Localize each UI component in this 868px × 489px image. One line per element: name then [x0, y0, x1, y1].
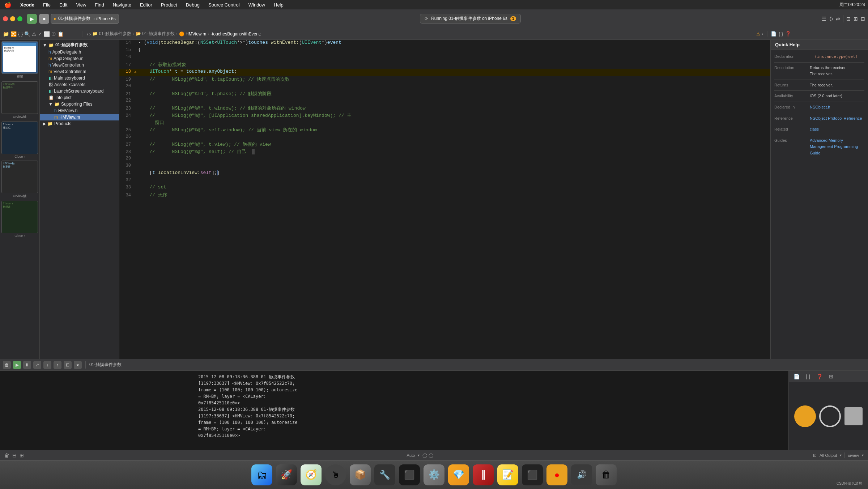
code-area[interactable]: 14 - (void)touchesBegan:(NSSet<UITouch*>…	[119, 40, 770, 359]
status-icon-grid[interactable]: ⊟	[12, 452, 17, 458]
file-main-storyboard[interactable]: ◧ Main.storyboard	[40, 75, 119, 81]
all-output-arrow[interactable]: ▾	[840, 453, 842, 457]
nav-bp-icon[interactable]: ☉	[51, 31, 56, 37]
menu-file[interactable]: File	[42, 2, 52, 8]
inspector-icon1[interactable]: 📄	[771, 31, 776, 37]
file-appdelegate-m[interactable]: m AppDelegate.m	[40, 55, 119, 62]
preview-1[interactable]: 触摸事件代码内容 视图	[1, 41, 38, 80]
dock-dark1[interactable]: ⬛	[522, 464, 543, 485]
back-button[interactable]: ‹	[87, 31, 89, 37]
scheme-selector[interactable]: ▶ 01-触摸事件参数 › iPhone 6s	[51, 14, 119, 24]
breadcrumb-part2[interactable]: 📂 01-触摸事件参数	[136, 31, 175, 37]
dock-parallels[interactable]: ∥	[473, 464, 494, 485]
menu-product[interactable]: Product	[159, 2, 179, 8]
breadcrumb-file[interactable]: 🟠 HMView.m	[179, 31, 206, 37]
debug-step-out-btn[interactable]: ↑	[54, 361, 61, 369]
file-appdelegate-h[interactable]: h AppDelegate.h	[40, 49, 119, 55]
insp-doc-icon[interactable]: 📄	[792, 372, 801, 381]
debug-clear-btn[interactable]: 🗑	[3, 361, 11, 369]
maximize-button[interactable]	[17, 16, 22, 21]
dock-sketch[interactable]: 💎	[448, 464, 469, 485]
dock-apps[interactable]: 📦	[350, 464, 371, 485]
nav-report-icon[interactable]: 📋	[58, 31, 64, 37]
breadcrumb-part1[interactable]: 📁 01-触摸事件参数	[92, 31, 131, 37]
file-hmview-m[interactable]: m HMView.m	[40, 114, 119, 120]
filter-arrow[interactable]: ▾	[862, 453, 864, 457]
menu-source-control[interactable]: Source Control	[207, 2, 241, 8]
file-products[interactable]: ▶ 📁 Products	[40, 120, 119, 127]
close-button[interactable]	[3, 16, 8, 21]
dock-terminal[interactable]: ⬛	[399, 464, 420, 485]
nav-find-icon[interactable]: 🔍	[24, 31, 30, 37]
debug-step-in-btn[interactable]: ↓	[43, 361, 51, 369]
stop-button[interactable]: ■	[39, 14, 49, 24]
split-view2-icon[interactable]: ⊞	[854, 16, 858, 22]
dock-tools[interactable]: 🔧	[374, 464, 395, 485]
file-hmview-h[interactable]: h HMView.h	[40, 107, 119, 114]
nav-test-icon[interactable]: ✓	[38, 31, 42, 37]
file-assets[interactable]: 🖼 Assets.xcassets	[40, 81, 119, 88]
menu-editor[interactable]: Editor	[139, 2, 154, 8]
forward-button[interactable]: ›	[89, 31, 91, 37]
status-icon-grid2[interactable]: ⊞	[20, 452, 24, 458]
nav-folder-icon[interactable]: 📁	[3, 31, 9, 37]
file-supporting-files[interactable]: ▼ 📁 Supporting Files	[40, 101, 119, 107]
preview-3[interactable]: Close r连续点 Close r	[1, 122, 38, 159]
menu-view[interactable]: View	[75, 2, 88, 8]
dock-mouse[interactable]: 🖱	[325, 464, 346, 485]
insp-grid-icon[interactable]: ⊞	[826, 372, 836, 381]
nav-issues-icon[interactable]: ⚠	[32, 31, 37, 37]
file-viewcontroller-m[interactable]: m ViewController.m	[40, 68, 119, 75]
dock-audio[interactable]: ●	[546, 464, 567, 485]
split-view-icon[interactable]: ⊡	[846, 16, 851, 22]
debug-pause-btn[interactable]: ⏸	[23, 361, 31, 369]
nav-vcs-icon[interactable]: 🔀	[10, 31, 17, 37]
status-icon-trash[interactable]: 🗑	[4, 452, 9, 458]
dock-safari[interactable]: 🧭	[301, 464, 322, 485]
insp-code-icon[interactable]: { }	[803, 372, 813, 381]
dock-notes[interactable]: 📝	[497, 464, 518, 485]
filter-input[interactable]: uiview	[848, 453, 859, 458]
preview-2[interactable]: UIView的触摸事件 UIView触	[1, 81, 38, 120]
menu-help[interactable]: Help	[272, 2, 285, 8]
minimize-button[interactable]	[10, 16, 15, 21]
console-output[interactable]: 2015-12-08 09:18:36.388 01-触摸事件参数 [1197:…	[195, 371, 788, 450]
menu-navigate[interactable]: Navigate	[111, 2, 133, 8]
run-button[interactable]: ▶	[27, 14, 37, 24]
debug-play-btn[interactable]: ▶	[13, 361, 21, 369]
all-output-label[interactable]: All Output	[820, 453, 837, 458]
file-launch-storyboard[interactable]: ◧ LaunchScreen.storyboard	[40, 88, 119, 94]
dock-system-prefs[interactable]: ⚙️	[424, 464, 444, 485]
menu-xcode[interactable]: Xcode	[19, 2, 36, 8]
dock-trash[interactable]: 🗑	[596, 464, 617, 485]
dock-more[interactable]: 🔊	[571, 464, 592, 485]
split-view3-icon[interactable]: ⊟	[861, 16, 865, 22]
debug-location-btn[interactable]: ⊲	[74, 361, 82, 369]
debug-step-over-btn[interactable]: ↗	[33, 361, 41, 369]
breadcrumb-method[interactable]: -touchesBegan:withEvent:	[210, 31, 261, 37]
nav-debug-icon[interactable]: ⬜	[44, 31, 50, 37]
inspector-icon2[interactable]: { }	[779, 31, 783, 37]
nav-symbol-icon[interactable]: { }	[18, 31, 23, 37]
dock-launchpad[interactable]: 🚀	[276, 464, 297, 485]
assistant-icon[interactable]: ⟨⟩	[829, 16, 833, 22]
file-viewcontroller-h[interactable]: h ViewController.h	[40, 62, 119, 68]
auto-dropdown[interactable]: ▾	[418, 453, 420, 457]
dock-finder[interactable]: 🗂	[251, 464, 272, 485]
debug-status-icons[interactable]: ◯ ◯	[422, 453, 433, 458]
preview-5[interactable]: Close r触摸连 Close r	[1, 201, 38, 238]
file-info-plist[interactable]: 📋 Info.plist	[40, 94, 119, 101]
debug-viewhierarchy-btn[interactable]: ⊡	[64, 361, 72, 369]
insp-help-icon[interactable]: ❓	[815, 372, 824, 381]
menu-find[interactable]: Find	[93, 2, 105, 8]
breadcrumb-nav-right[interactable]: ›	[762, 31, 763, 37]
nav-toggle-icon[interactable]: ☰	[822, 16, 826, 22]
menu-debug[interactable]: Debug	[184, 2, 201, 8]
inspector-icon3[interactable]: ❓	[785, 31, 791, 37]
menu-edit[interactable]: Edit	[58, 2, 69, 8]
apple-menu[interactable]: 🍎	[3, 1, 13, 8]
version-editor-icon[interactable]: ⇄	[836, 16, 840, 22]
preview-4[interactable]: UIView触摸事件 UIView触	[1, 161, 38, 199]
menu-window[interactable]: Window	[247, 2, 267, 8]
file-root-folder[interactable]: ▼ 📁 01-触摸事件参数	[40, 41, 119, 49]
